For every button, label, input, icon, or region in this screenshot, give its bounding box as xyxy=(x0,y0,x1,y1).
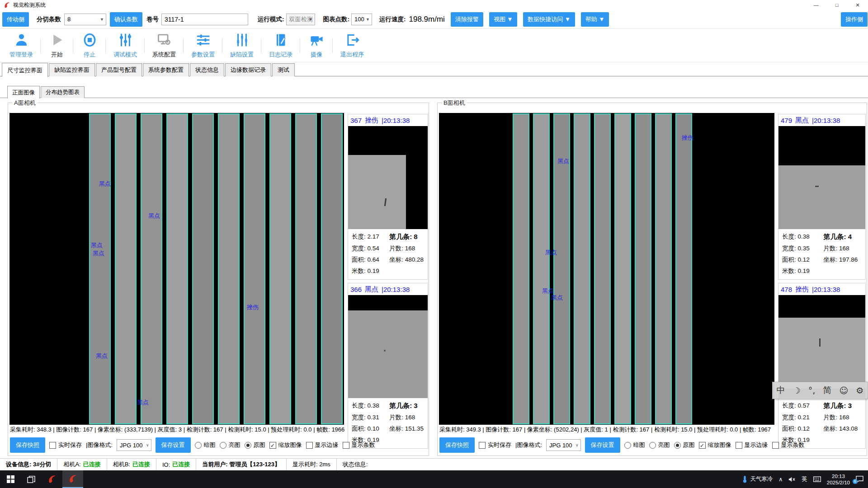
radio-selected-icon[interactable] xyxy=(245,442,251,449)
tab-3[interactable]: 系统参数配置 xyxy=(143,63,189,76)
roll-number-input[interactable] xyxy=(161,14,248,25)
tab-2[interactable]: 产品型号配置 xyxy=(96,63,142,76)
realtime-save-checkbox[interactable]: 实时保存 xyxy=(479,441,511,449)
defect-time: |20:13:38 xyxy=(382,286,410,293)
tab-1[interactable]: 缺陷监控界面 xyxy=(49,63,95,76)
bright-image-radio[interactable]: 亮图 xyxy=(649,441,670,449)
checkbox-icon[interactable] xyxy=(343,442,349,449)
save-snapshot-button[interactable]: 保存快照 xyxy=(10,437,45,453)
close-button[interactable]: ✕ xyxy=(847,0,868,10)
defect-detail-block[interactable]: 367挫伤|20:13:38长度: 2.17第几条: 8宽度: 0.54片数: … xyxy=(348,114,428,280)
show-edge-checkbox[interactable]: 显示边缘 xyxy=(306,441,339,449)
start-button[interactable] xyxy=(0,470,21,488)
notification-center-button[interactable]: 6 xyxy=(856,476,863,483)
radio-selected-icon[interactable] xyxy=(674,442,681,449)
checkbox-icon[interactable] xyxy=(49,442,56,449)
run-mode-select[interactable]: 双面检测▼ xyxy=(286,14,315,25)
clock-widget[interactable]: 20:13 2025/2/10 xyxy=(827,473,850,486)
ime-fullhalf-icon[interactable]: ☽ xyxy=(793,385,801,395)
minimize-button[interactable]: — xyxy=(806,0,826,10)
zoom-image-checkbox[interactable]: ✓缩放图像 xyxy=(699,441,731,449)
image-format-select[interactable]: JPG 100∨ xyxy=(117,439,151,451)
chart-points-select[interactable]: 100▼ xyxy=(351,14,372,25)
radio-icon[interactable] xyxy=(624,442,631,449)
defect-detail-block[interactable]: 479黑点|20:13:38长度: 0.38第几条: 4宽度: 0.35片数: … xyxy=(778,114,866,280)
checkbox-icon[interactable] xyxy=(479,442,486,449)
show-edge-checkbox[interactable]: 显示边缘 xyxy=(736,441,768,449)
ime-emoji-icon[interactable]: ☺ xyxy=(839,385,848,395)
defect-thumbnail[interactable] xyxy=(778,126,865,229)
tab-4[interactable]: 状态信息 xyxy=(190,63,224,76)
toolbar-button-defect-settings[interactable]: 缺陷设置 xyxy=(222,33,261,59)
view-menu-button[interactable]: 视图 ▼ xyxy=(489,12,517,27)
checkbox-icon[interactable] xyxy=(306,442,313,449)
radio-icon[interactable] xyxy=(195,442,202,449)
dark-image-radio[interactable]: 暗图 xyxy=(624,441,645,449)
toolbar-button-log-record[interactable]: 日志记录 xyxy=(261,33,300,59)
confirm-count-button[interactable]: 确认条数 xyxy=(110,12,142,27)
camera-a-image[interactable]: 黑点黑点黑点黑点挫伤黑点黑点 xyxy=(9,113,344,425)
slit-count-select[interactable]: 8▼ xyxy=(64,14,106,25)
status-info: 状态信息: xyxy=(337,459,374,470)
weather-widget[interactable]: 天气寒冷 xyxy=(742,475,773,483)
image-format-select[interactable]: JPG 100∨ xyxy=(546,439,581,451)
touch-keyboard-icon[interactable] xyxy=(813,476,821,482)
save-settings-button[interactable]: 保存设置 xyxy=(585,437,620,453)
checkbox-icon[interactable] xyxy=(772,442,779,449)
drive-side-button[interactable]: 传动侧 xyxy=(2,12,29,27)
toolbar-button-debug-mode[interactable]: 调试模式 xyxy=(106,33,145,59)
tab-5[interactable]: 边缘数据记录 xyxy=(225,63,271,76)
tab-6[interactable]: 测试 xyxy=(272,63,295,76)
dark-image-radio[interactable]: 暗图 xyxy=(195,441,216,449)
subtab-0[interactable]: 正面图像 xyxy=(7,86,40,99)
toolbar-button-user[interactable]: 管理登录 xyxy=(2,33,41,59)
toolbar-button-param-settings[interactable]: 参数设置 xyxy=(184,33,222,59)
camera-b-stats: 采集耗时: 349.3 | 图像计数: 167 | 像素坐标: (5202,24… xyxy=(439,426,775,435)
original-image-radio[interactable]: 原图 xyxy=(245,441,265,449)
clear-alarm-button[interactable]: 清除报警 xyxy=(451,12,483,27)
toolbar-button-system-config[interactable]: 系统配置 xyxy=(145,33,184,59)
defect-detail-block[interactable]: 478挫伤|20:13:38长度: 0.57第几条: 3宽度: 0.21片数: … xyxy=(778,283,866,449)
toolbar-button-stop[interactable]: 停止 xyxy=(73,33,106,59)
save-settings-button[interactable]: 保存设置 xyxy=(156,437,191,453)
defect-field: 片数: 168 xyxy=(389,413,424,422)
ime-settings-gear-icon[interactable]: ⚙ xyxy=(856,385,863,395)
ime-simplified-icon[interactable]: 简 xyxy=(823,385,831,396)
tray-expand-chevron[interactable]: ∧ xyxy=(778,476,783,483)
subtab-1[interactable]: 分布趋势图表 xyxy=(41,86,85,98)
speaker-muted-icon[interactable] xyxy=(788,476,796,483)
zoom-image-checkbox[interactable]: ✓缩放图像 xyxy=(269,441,302,449)
original-image-radio[interactable]: 原图 xyxy=(674,441,695,449)
checkbox-checked-icon[interactable]: ✓ xyxy=(269,442,276,449)
toolbar-button-play[interactable]: 开始 xyxy=(41,33,73,59)
show-count-checkbox[interactable]: 显示条数 xyxy=(343,441,375,449)
checkbox-icon[interactable] xyxy=(736,442,742,449)
toolbar-button-exit[interactable]: 退出程序 xyxy=(333,33,372,59)
help-menu-button[interactable]: 帮助 ▼ xyxy=(581,12,609,27)
ime-punctuation-icon[interactable]: °, xyxy=(808,385,816,395)
task-view-button[interactable] xyxy=(21,470,42,488)
show-count-checkbox[interactable]: 显示条数 xyxy=(772,441,805,449)
tab-0[interactable]: 尺寸监控界面 xyxy=(2,63,48,77)
input-language-indicator[interactable]: 英 xyxy=(802,475,807,483)
image-format-label: |图像格式: xyxy=(515,441,542,449)
toolbar-button-camera[interactable]: 摄像 xyxy=(300,33,333,59)
defect-thumbnail[interactable] xyxy=(348,295,428,398)
maximize-button[interactable]: □ xyxy=(826,0,847,10)
camera-b-image[interactable]: 挫伤黑点黑点黑点黑点 xyxy=(439,113,774,425)
data-quick-access-menu-button[interactable]: 数据快捷访问 ▼ xyxy=(523,12,575,27)
checkbox-checked-icon[interactable]: ✓ xyxy=(699,442,706,449)
taskbar-app-2-active[interactable] xyxy=(62,470,83,488)
save-snapshot-button[interactable]: 保存快照 xyxy=(439,437,475,453)
defect-detail-block[interactable]: 366黑点|20:13:38长度: 0.38第几条: 3宽度: 0.31片数: … xyxy=(348,283,428,449)
bright-image-radio[interactable]: 亮图 xyxy=(220,441,241,449)
toolbar-button-label: 开始 xyxy=(51,51,63,59)
ime-lang-toggle[interactable]: 中 xyxy=(777,385,785,396)
defect-thumbnail[interactable] xyxy=(348,126,428,229)
radio-icon[interactable] xyxy=(220,442,226,449)
taskbar-app-1[interactable] xyxy=(42,470,62,488)
operator-side-button[interactable]: 操作侧 xyxy=(841,12,868,27)
radio-icon[interactable] xyxy=(649,442,656,449)
thumbnail-defect-mark xyxy=(819,338,821,347)
realtime-save-checkbox[interactable]: 实时保存 xyxy=(49,441,82,449)
